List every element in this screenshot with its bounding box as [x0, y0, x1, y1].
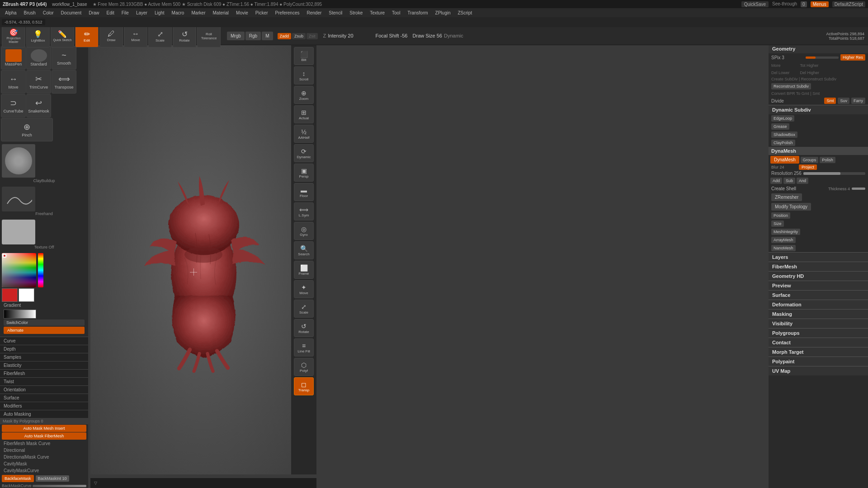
- preview-header[interactable]: Preview: [769, 281, 868, 290]
- cavitymask-item[interactable]: CavityMask: [0, 460, 88, 467]
- canvas-inner[interactable]: [90, 45, 316, 474]
- aahalf-btn[interactable]: ½ AAHalf: [294, 125, 314, 143]
- default-z-script-btn[interactable]: DefaultZScript: [832, 1, 865, 7]
- linefill-btn[interactable]: ≡ Line Fill: [294, 338, 314, 357]
- sub-btn[interactable]: Sub: [783, 178, 795, 184]
- lightbox-btn[interactable]: 💡 LightBox: [26, 25, 50, 47]
- transp-btn[interactable]: ◻ Transp: [294, 377, 314, 395]
- edge-loop-btn[interactable]: EdgeLoop: [771, 115, 794, 122]
- surface-header[interactable]: Surface: [769, 290, 868, 300]
- rotate-strip-btn[interactable]: ↺ Rotate: [294, 319, 314, 337]
- menu-document[interactable]: Document: [58, 9, 85, 16]
- menu-render[interactable]: Render: [304, 9, 325, 16]
- blit-btn[interactable]: ⬛ Blit: [294, 47, 314, 65]
- position-btn[interactable]: Position: [771, 212, 790, 219]
- lsym-btn[interactable]: ⟺ L.Sym: [294, 202, 314, 221]
- menu-stencil[interactable]: Stencil: [326, 9, 345, 16]
- actual-btn[interactable]: ⊞ Actual: [294, 105, 314, 123]
- zremesher-btn[interactable]: ZRemesher: [771, 193, 802, 201]
- brush-trimcurve[interactable]: ✂ TrimCurve: [26, 70, 51, 94]
- smt-btn[interactable]: Smt: [824, 98, 836, 104]
- clay-polish-btn[interactable]: ClayPolish: [771, 140, 795, 146]
- auto-mask-mesh-insert-btn[interactable]: Auto Mask Mesh Insert: [2, 425, 86, 432]
- menu-light[interactable]: Light: [151, 9, 168, 16]
- menu-marker[interactable]: Marker: [188, 9, 208, 16]
- twist-section[interactable]: Twist: [0, 377, 88, 385]
- elasticity-section[interactable]: Elasticity: [0, 361, 88, 369]
- menu-brush[interactable]: Brush: [21, 9, 39, 16]
- draw-btn[interactable]: 🖊 Draw: [99, 25, 123, 47]
- backmask-curve-slider[interactable]: [33, 485, 86, 487]
- gyro-btn[interactable]: ◎ Gyro: [294, 222, 314, 240]
- scale-btn[interactable]: ⤢ Scale: [148, 25, 172, 47]
- canvas-area[interactable]: [90, 45, 316, 474]
- surface-section[interactable]: Surface: [0, 394, 88, 402]
- menu-movie[interactable]: Movie: [233, 9, 251, 16]
- reconstruct-subdiv-btn[interactable]: Reconstruct Subdiv: [771, 83, 811, 89]
- curve-section[interactable]: Curve: [0, 337, 88, 345]
- add-btn[interactable]: Add: [770, 178, 782, 184]
- and-btn[interactable]: And: [797, 178, 808, 184]
- spix-slider[interactable]: [806, 56, 838, 59]
- uv-map-header[interactable]: UV Map: [769, 366, 868, 375]
- menus-btn[interactable]: Menus: [811, 1, 829, 7]
- samples-section[interactable]: Samples: [0, 353, 88, 361]
- brush-snakehook[interactable]: ↩ SnakeHook: [26, 94, 51, 117]
- dynamic-subdiv-header[interactable]: Dynamic Subdiv: [769, 105, 868, 114]
- dynamic-btn[interactable]: ⟳ Dynamic: [294, 144, 314, 162]
- brush-move[interactable]: ↔ Move: [1, 70, 26, 94]
- brush-transpose[interactable]: ⟺ Transpose: [52, 70, 76, 94]
- grease-btn[interactable]: Grease: [771, 123, 789, 130]
- masking-header[interactable]: Masking: [769, 309, 868, 319]
- scale-strip-btn[interactable]: ⤢ Scale: [294, 300, 314, 318]
- auto-mask-fibermesh-btn[interactable]: Auto Mask FiberMesh: [2, 432, 86, 440]
- move-strip-btn[interactable]: ✦ Move: [294, 280, 314, 298]
- brush-smooth[interactable]: ~ Smooth: [52, 46, 76, 70]
- shadowbox-btn[interactable]: ShadowBox: [771, 131, 797, 138]
- visibility-header[interactable]: Visibility: [769, 319, 868, 328]
- rgb-btn[interactable]: Rgb: [245, 32, 261, 40]
- menu-macro[interactable]: Macro: [169, 9, 188, 16]
- back-mask-int-btn[interactable]: BackMaskInt 10: [36, 475, 69, 482]
- menu-draw[interactable]: Draw: [85, 9, 102, 16]
- depth-section[interactable]: Depth: [0, 345, 88, 353]
- geometry-hd-header[interactable]: Geometry HD: [769, 271, 868, 281]
- scroll-btn[interactable]: ↕ Scroll: [294, 66, 314, 84]
- thickness-slider[interactable]: [852, 188, 865, 190]
- brush-masspenn[interactable]: MassPen: [1, 46, 26, 70]
- persp-btn[interactable]: ▣ Persp: [294, 164, 314, 182]
- menu-zscript[interactable]: ZScript: [455, 9, 476, 16]
- mrgb-btn[interactable]: Mrgb: [227, 32, 245, 40]
- dynamessh-btn[interactable]: DynaMesh: [770, 156, 799, 164]
- gradient-bar[interactable]: [4, 310, 36, 319]
- modify-topology-btn[interactable]: Modify Topology: [771, 203, 811, 211]
- search-btn[interactable]: 🔍 Search: [294, 241, 314, 259]
- geometry-header[interactable]: Geometry: [769, 44, 868, 53]
- menu-file[interactable]: File: [118, 9, 132, 16]
- fibermesh-header[interactable]: FiberMesh: [769, 262, 868, 271]
- size-btn[interactable]: Size: [771, 221, 784, 227]
- projection-master-btn[interactable]: 🎯 Projection Master: [2, 25, 25, 47]
- fibermesh-mask-curve[interactable]: FiberMesh Mask Curve: [0, 440, 88, 447]
- polypaint-header[interactable]: Polypaint: [769, 357, 868, 366]
- fibermesh-section[interactable]: FiberMesh: [0, 369, 88, 377]
- zsub-btn[interactable]: Zsub: [292, 33, 306, 39]
- array-mesh-btn[interactable]: ArrayMesh: [771, 237, 796, 243]
- modifiers-section[interactable]: Modifiers: [0, 402, 88, 410]
- orientation-section[interactable]: Orientation: [0, 385, 88, 394]
- floor-btn[interactable]: ▬ Floor: [294, 183, 314, 201]
- color-wheel[interactable]: [2, 253, 36, 287]
- project-btn-inline[interactable]: Project: [799, 165, 817, 169]
- background-swatch[interactable]: [19, 288, 34, 302]
- clay-buildup-preview[interactable]: [2, 144, 35, 178]
- zadd-btn[interactable]: Zadd: [278, 33, 292, 39]
- menu-color[interactable]: Color: [40, 9, 57, 16]
- brush-standard[interactable]: Standard: [26, 46, 51, 70]
- brush-alpha-preview[interactable]: [2, 220, 35, 244]
- m-btn[interactable]: M: [262, 32, 273, 40]
- directional-item[interactable]: Directional: [0, 447, 88, 454]
- foreground-swatch[interactable]: [2, 288, 18, 302]
- higher-res-btn[interactable]: Higher Res: [840, 54, 865, 61]
- contact-header[interactable]: Contact: [769, 338, 868, 347]
- backface-mask-btn[interactable]: BackfaceMask: [2, 475, 34, 482]
